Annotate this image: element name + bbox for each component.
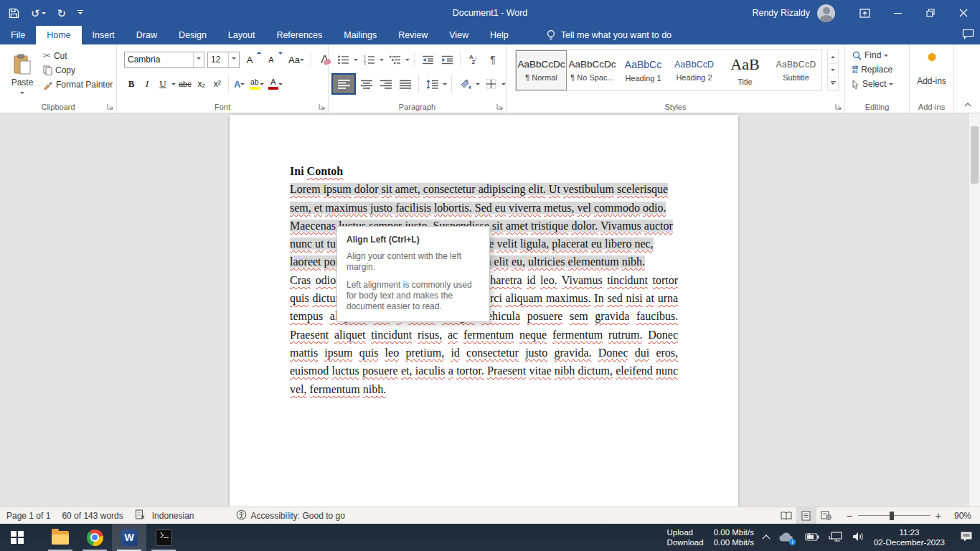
decrease-indent-button[interactable] bbox=[419, 51, 436, 68]
show-hide-pilcrow-button[interactable]: ¶ bbox=[484, 51, 501, 68]
sort-button[interactable]: A↓ Z bbox=[465, 51, 482, 68]
grow-font-button[interactable]: A bbox=[242, 51, 257, 68]
highlight-dropdown-icon[interactable] bbox=[260, 83, 264, 88]
addins-icon[interactable] bbox=[928, 53, 936, 61]
taskbar-file-explorer[interactable] bbox=[43, 524, 77, 551]
paste-dropdown-icon[interactable] bbox=[20, 92, 24, 96]
word-count[interactable]: 60 of 143 words bbox=[62, 511, 123, 521]
print-layout-button[interactable] bbox=[796, 507, 816, 524]
select-dropdown-icon[interactable] bbox=[889, 83, 893, 88]
borders-dropdown-icon[interactable] bbox=[501, 83, 506, 88]
underline-dropdown-icon[interactable] bbox=[171, 83, 176, 88]
align-center-button[interactable] bbox=[358, 75, 375, 93]
addins-button[interactable]: Add-ins bbox=[910, 76, 953, 86]
select-button[interactable]: Select bbox=[852, 79, 893, 89]
style-heading-1[interactable]: AaBbCc Heading 1 bbox=[618, 50, 669, 90]
justify-button[interactable] bbox=[397, 75, 414, 93]
styles-dialog-launcher-icon[interactable] bbox=[835, 103, 842, 110]
text-effects-button[interactable]: A bbox=[232, 75, 247, 93]
web-layout-button[interactable] bbox=[816, 507, 837, 524]
font-color-button[interactable]: A bbox=[267, 75, 284, 93]
language-indicator[interactable]: Indonesian bbox=[152, 511, 194, 521]
increase-indent-button[interactable] bbox=[438, 51, 456, 68]
styles-scroll-up-icon[interactable] bbox=[828, 50, 838, 64]
action-center-icon[interactable] bbox=[960, 531, 973, 544]
tab-insert[interactable]: Insert bbox=[82, 26, 126, 44]
styles-more-icon[interactable] bbox=[828, 77, 838, 90]
replace-button[interactable]: abac Replace bbox=[852, 65, 893, 75]
numbering-dropdown-icon[interactable] bbox=[380, 59, 384, 63]
ribbon-display-options-button[interactable] bbox=[848, 0, 881, 26]
document-scrollbar[interactable] bbox=[969, 113, 980, 507]
font-dialog-launcher-icon[interactable] bbox=[319, 103, 325, 110]
zoom-out-button[interactable]: − bbox=[847, 510, 852, 522]
battery-icon[interactable] bbox=[804, 532, 819, 543]
shrink-font-button[interactable]: A bbox=[264, 51, 278, 68]
line-spacing-button[interactable] bbox=[423, 75, 440, 93]
style-no-spacing[interactable]: AaBbCcDc ¶ No Spac... bbox=[567, 50, 618, 90]
tell-me-box[interactable]: Tell me what you want to do bbox=[547, 26, 672, 44]
subscript-button[interactable]: x₂ bbox=[194, 75, 209, 93]
copy-button[interactable]: Copy bbox=[43, 65, 113, 75]
proofing-errors-icon[interactable] bbox=[135, 509, 145, 522]
zoom-slider-thumb[interactable] bbox=[890, 512, 894, 520]
document-heading[interactable]: Ini Contoh bbox=[290, 162, 678, 180]
tab-file[interactable]: File bbox=[0, 26, 36, 44]
italic-button[interactable]: I bbox=[140, 75, 154, 93]
close-button[interactable] bbox=[947, 0, 980, 26]
tab-mailings[interactable]: Mailings bbox=[333, 26, 387, 44]
format-painter-button[interactable]: Format Painter bbox=[43, 80, 113, 90]
taskbar-word[interactable]: W bbox=[112, 524, 146, 551]
style-subtitle[interactable]: AaBbCcD Subtitle bbox=[771, 50, 821, 90]
accessibility-icon[interactable] bbox=[236, 509, 247, 522]
text-highlight-button[interactable]: ab bbox=[248, 75, 265, 93]
numbering-button[interactable]: 123 bbox=[360, 51, 377, 68]
paragraph-dialog-launcher-icon[interactable] bbox=[496, 103, 503, 110]
scrollbar-thumb[interactable] bbox=[971, 126, 979, 184]
bold-button[interactable]: B bbox=[124, 75, 138, 93]
change-case-button[interactable]: Aa bbox=[287, 51, 306, 68]
style-title[interactable]: AaB Title bbox=[720, 50, 771, 90]
zoom-slider[interactable] bbox=[858, 512, 930, 520]
tab-references[interactable]: References bbox=[265, 26, 333, 44]
show-hidden-icons-icon[interactable] bbox=[762, 534, 770, 542]
volume-icon[interactable] bbox=[852, 532, 864, 543]
line-spacing-dropdown-icon[interactable] bbox=[443, 83, 447, 88]
multilevel-list-button[interactable] bbox=[386, 51, 403, 68]
font-name-dropdown-icon[interactable] bbox=[193, 52, 204, 67]
bullets-button[interactable] bbox=[334, 51, 352, 68]
onedrive-icon[interactable]: i bbox=[778, 532, 794, 544]
multilevel-dropdown-icon[interactable] bbox=[405, 59, 410, 63]
minimize-button[interactable] bbox=[881, 0, 914, 26]
style-normal[interactable]: AaBbCcDc ¶ Normal bbox=[516, 50, 567, 90]
font-size-dropdown-icon[interactable] bbox=[228, 52, 239, 67]
zoom-in-button[interactable]: + bbox=[936, 510, 941, 522]
start-button[interactable] bbox=[0, 524, 34, 551]
shading-dropdown-icon[interactable] bbox=[476, 83, 480, 88]
collapse-ribbon-icon[interactable] bbox=[964, 103, 971, 107]
tab-design[interactable]: Design bbox=[168, 26, 217, 44]
account-name[interactable]: Rendy Rizaldy bbox=[752, 8, 810, 18]
taskbar-chrome[interactable] bbox=[77, 524, 112, 551]
styles-scroll-down-icon[interactable] bbox=[828, 64, 838, 77]
text-effects-dropdown-icon[interactable] bbox=[240, 83, 245, 88]
taskbar-terminal[interactable] bbox=[146, 524, 181, 551]
clock-widget[interactable]: 11:23 02-December-2023 bbox=[874, 527, 945, 547]
comments-icon[interactable] bbox=[962, 29, 974, 42]
clipboard-dialog-launcher-icon[interactable] bbox=[107, 103, 113, 110]
avatar[interactable] bbox=[817, 4, 835, 22]
tab-review[interactable]: Review bbox=[387, 26, 438, 44]
strikethrough-button[interactable]: abc bbox=[177, 75, 193, 93]
superscript-button[interactable]: x² bbox=[210, 75, 225, 93]
tab-layout[interactable]: Layout bbox=[217, 26, 266, 44]
accessibility-status[interactable]: Accessibility: Good to go bbox=[251, 511, 345, 521]
align-left-button[interactable] bbox=[331, 73, 356, 95]
font-color-dropdown-icon[interactable] bbox=[278, 83, 283, 88]
align-right-button[interactable] bbox=[377, 75, 395, 93]
find-dropdown-icon[interactable] bbox=[884, 55, 888, 59]
style-heading-2[interactable]: AaBbCcD Heading 2 bbox=[669, 50, 720, 90]
paste-button[interactable]: Paste bbox=[6, 49, 39, 100]
font-name-combobox[interactable]: Cambria bbox=[124, 52, 204, 68]
font-size-combobox[interactable]: 12 bbox=[207, 52, 240, 68]
bullets-dropdown-icon[interactable] bbox=[354, 59, 358, 63]
